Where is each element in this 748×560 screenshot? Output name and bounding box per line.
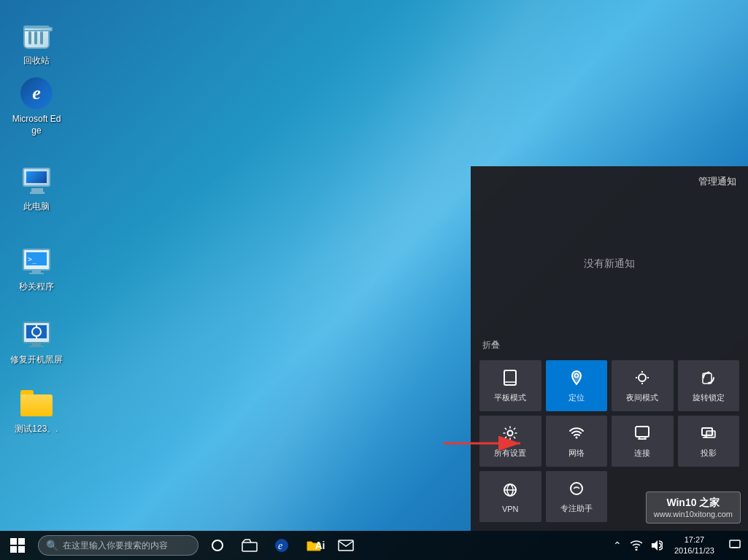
svg-text:>_: >_	[28, 255, 37, 264]
ac-manage-notifications[interactable]: 管理通知	[698, 175, 736, 188]
taskbar-search[interactable]: 🔍 在这里输入你要搜索的内容	[38, 535, 198, 556]
file-explorer-taskbar[interactable]	[234, 531, 266, 560]
search-icon: 🔍	[46, 540, 58, 551]
qa-network[interactable]: 网络	[546, 416, 608, 467]
svg-point-35	[212, 540, 223, 551]
nightmode-icon	[634, 370, 650, 388]
svg-point-40	[635, 549, 637, 551]
ac-header: 管理通知	[471, 166, 748, 194]
desktop-icon-program[interactable]: >_ 秒关程序	[7, 241, 66, 296]
computer-label: 此电脑	[23, 201, 50, 213]
svg-rect-36	[242, 542, 257, 551]
network-icon	[568, 425, 585, 443]
qa-settings-label: 所有设置	[494, 448, 526, 459]
svg-rect-10	[32, 343, 41, 346]
notification-center-button[interactable]	[722, 531, 748, 560]
tray-volume[interactable]	[647, 531, 667, 560]
folder-icon	[19, 386, 54, 421]
start-button[interactable]	[0, 531, 35, 560]
taskbar: 🔍 在这里输入你要搜索的内容 e	[0, 531, 748, 560]
vpn-icon	[502, 482, 518, 500]
desktop: 回收站 e Microsoft Edge 此电脑 >_	[0, 0, 748, 560]
ai-label[interactable]: Ai	[303, 531, 337, 560]
svg-rect-39	[339, 540, 353, 551]
desktop-icon-recycle[interactable]: 回收站	[7, 15, 66, 70]
svg-rect-11	[29, 346, 44, 347]
qa-nightmode-label: 夜间模式	[626, 392, 658, 403]
connect-icon	[634, 425, 650, 443]
qa-project[interactable]: 投影	[678, 416, 740, 467]
search-placeholder: 在这里输入你要搜索的内容	[63, 540, 168, 552]
qa-network-label: 网络	[568, 448, 585, 459]
ac-no-notifications-text: 没有新通知	[471, 194, 748, 333]
qa-project-label: 投影	[701, 448, 717, 459]
settings-icon	[502, 425, 518, 443]
qa-settings[interactable]: 所有设置	[479, 416, 541, 467]
windows-logo-icon	[10, 538, 25, 553]
svg-point-21	[508, 431, 513, 436]
taskbar-tray: ⌃ 17:27 2016/11/23	[609, 531, 748, 560]
svg-rect-3	[29, 273, 44, 274]
qa-nightmode[interactable]: 夜间模式	[612, 360, 674, 411]
qa-connect-label: 连接	[634, 448, 650, 459]
ac-collapse-label[interactable]: 折叠	[471, 333, 748, 356]
recycle-bin-label: 回收站	[23, 55, 50, 67]
watermark-url: www.win10xitong.com	[654, 510, 733, 518]
svg-rect-2	[32, 270, 41, 273]
edge-taskbar[interactable]: e	[266, 531, 298, 560]
svg-rect-12	[504, 370, 516, 385]
svg-point-15	[639, 374, 646, 381]
repair-icon	[19, 316, 54, 351]
location-icon	[568, 370, 585, 388]
task-view-button[interactable]	[201, 531, 234, 560]
desktop-icon-repair[interactable]: 修复开机黑屏	[7, 314, 66, 369]
svg-rect-23	[636, 427, 649, 437]
rotation-icon	[701, 370, 717, 388]
desktop-icon-folder[interactable]: 测试123。.	[7, 383, 66, 438]
edge-icon: e	[19, 76, 54, 111]
qa-tablet-mode[interactable]: 平板模式	[479, 360, 541, 411]
tray-chevron[interactable]: ⌃	[609, 531, 626, 560]
program-icon: >_	[19, 244, 54, 279]
qa-location[interactable]: 定位	[546, 360, 608, 411]
desktop-icon-computer[interactable]: 此电脑	[7, 160, 66, 216]
program-label: 秒关程序	[19, 281, 54, 293]
project-icon	[701, 425, 717, 443]
repair-label: 修复开机黑屏	[10, 354, 63, 366]
svg-point-22	[575, 437, 577, 439]
qa-vpn[interactable]: VPN	[479, 471, 541, 522]
action-center-panel: 管理通知 没有新通知 折叠 平板模式	[471, 166, 748, 531]
qa-rotation-label: 旋转锁定	[693, 392, 725, 403]
recycle-bin-icon	[19, 18, 54, 52]
taskbar-clock[interactable]: 17:27 2016/11/23	[667, 531, 722, 560]
qa-tablet-mode-label: 平板模式	[494, 392, 526, 403]
watermark: Win10 之家 www.win10xitong.com	[646, 491, 741, 524]
qa-location-label: 定位	[568, 392, 585, 403]
qa-cortana[interactable]: 专注助手	[546, 471, 608, 522]
qa-vpn-label: VPN	[502, 505, 519, 513]
edge-label: Microsoft Edge	[10, 114, 63, 136]
svg-rect-42	[730, 540, 740, 548]
watermark-title: Win10 之家	[654, 497, 733, 510]
computer-icon	[19, 163, 54, 198]
qa-cortana-label: 专注助手	[560, 503, 593, 514]
svg-text:e: e	[278, 540, 282, 551]
svg-rect-27	[706, 431, 715, 438]
tray-network[interactable]	[626, 531, 647, 560]
qa-rotation[interactable]: 旋转锁定	[678, 360, 740, 411]
folder-label: 测试123。.	[15, 424, 58, 435]
qa-connect[interactable]: 连接	[612, 416, 674, 467]
cortana-icon	[568, 481, 585, 499]
desktop-icon-edge[interactable]: e Microsoft Edge	[7, 73, 66, 139]
svg-marker-41	[652, 540, 658, 551]
tablet-mode-icon	[502, 370, 518, 388]
